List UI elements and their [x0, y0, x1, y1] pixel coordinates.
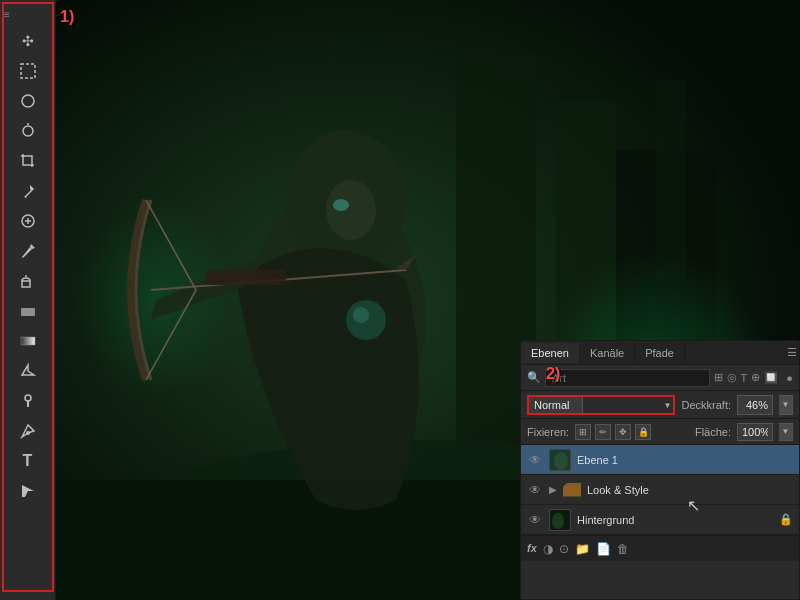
- blur-tool[interactable]: [14, 357, 42, 385]
- tab-ebenen[interactable]: Ebenen: [521, 343, 580, 363]
- svg-point-34: [552, 513, 564, 529]
- toolbar-handle: ≡: [4, 9, 10, 20]
- path-select-tool[interactable]: [14, 477, 42, 505]
- panel-footer: fx ◑ ⊙ 📁 📄 🗑: [521, 535, 799, 561]
- search-icon: 🔍: [527, 371, 541, 384]
- svg-rect-7: [22, 281, 30, 287]
- filter-icon-1[interactable]: ⊞: [714, 371, 723, 384]
- lock-label: Fixieren:: [527, 426, 569, 438]
- svg-point-32: [554, 452, 568, 470]
- brush-tool[interactable]: [14, 237, 42, 265]
- lock-pixels-btn[interactable]: ✏: [595, 424, 611, 440]
- blend-mode-select[interactable]: Normal Dissolve Multiply Screen Overlay: [527, 395, 583, 415]
- gradient-tool[interactable]: [14, 327, 42, 355]
- filter-icon-2[interactable]: ◎: [727, 371, 737, 384]
- filter-toggle[interactable]: ●: [786, 372, 793, 384]
- svg-point-30: [333, 199, 349, 211]
- dodge-tool[interactable]: [14, 387, 42, 415]
- stamp-tool[interactable]: [14, 267, 42, 295]
- layer-item-hintergrund[interactable]: 👁 Hintergrund 🔒: [521, 505, 799, 535]
- fill-arrow[interactable]: ▼: [779, 423, 793, 441]
- layer-lock-icon: 🔒: [779, 513, 793, 526]
- footer-mask-btn[interactable]: ⊙: [559, 542, 569, 556]
- layer-collapse-arrow[interactable]: ▶: [549, 484, 557, 495]
- lock-transparency-btn[interactable]: ⊞: [575, 424, 591, 440]
- layer-thumb-hintergrund: [549, 509, 571, 531]
- toolbar: ≡ ✣: [0, 0, 56, 600]
- blend-mode-wrapper: Normal Dissolve Multiply Screen Overlay: [527, 395, 675, 415]
- select-tool[interactable]: [14, 57, 42, 85]
- filter-icon-5[interactable]: 🔲: [764, 371, 778, 384]
- layer-name-hintergrund: Hintergrund: [577, 514, 773, 526]
- layer-name-look-style: Look & Style: [587, 484, 793, 496]
- layer-eye-ebene1[interactable]: 👁: [527, 452, 543, 468]
- svg-point-29: [353, 307, 369, 323]
- toolbar-header: ≡: [0, 4, 55, 24]
- svg-point-27: [326, 180, 376, 240]
- layers-list: 👁 Ebene 1 👁 ▶ Look & Style 👁: [521, 445, 799, 535]
- svg-rect-26: [206, 270, 286, 285]
- layer-item-ebene1[interactable]: 👁 Ebene 1: [521, 445, 799, 475]
- layer-eye-hintergrund[interactable]: 👁: [527, 512, 543, 528]
- blend-mode-row: Normal Dissolve Multiply Screen Overlay …: [521, 391, 799, 419]
- lasso-tool[interactable]: [14, 87, 42, 115]
- footer-icons: fx ◑ ⊙ 📁 📄 🗑: [527, 542, 629, 556]
- eraser-tool[interactable]: [14, 297, 42, 325]
- lock-row: Fixieren: ⊞ ✏ ✥ 🔒 Fläche: ▼: [521, 419, 799, 445]
- fill-input[interactable]: [737, 423, 773, 441]
- layer-eye-look-style[interactable]: 👁: [527, 482, 543, 498]
- tab-pfade[interactable]: Pfade: [635, 343, 685, 363]
- footer-new-group-btn[interactable]: 📁: [575, 542, 590, 556]
- annotation-label-1: 1): [60, 8, 74, 26]
- lock-position-btn[interactable]: ✥: [615, 424, 631, 440]
- type-tool[interactable]: T: [14, 447, 42, 475]
- filter-icon-4[interactable]: ⊕: [751, 371, 760, 384]
- app-container: ≡ ✣: [0, 0, 800, 600]
- opacity-label: Deckkraft:: [681, 399, 731, 411]
- tab-kanale[interactable]: Kanäle: [580, 343, 635, 363]
- svg-rect-10: [21, 337, 35, 345]
- footer-new-layer-btn[interactable]: 📄: [596, 542, 611, 556]
- opacity-arrow[interactable]: ▼: [779, 395, 793, 415]
- canvas-area: 1) 2) Ebenen Kanäle Pfade ☰ 🔍 ⊞ ◎ T ⊕: [56, 0, 800, 600]
- layer-folder-icon-look: [563, 483, 581, 497]
- search-row: 🔍 ⊞ ◎ T ⊕ 🔲 ●: [521, 365, 799, 391]
- layer-thumb-ebene1: [549, 449, 571, 471]
- crop-tool[interactable]: [14, 147, 42, 175]
- svg-rect-9: [21, 308, 35, 316]
- svg-point-1: [22, 95, 34, 107]
- layer-item-look-style[interactable]: 👁 ▶ Look & Style: [521, 475, 799, 505]
- panel-tabs: Ebenen Kanäle Pfade ☰: [521, 341, 799, 365]
- search-input[interactable]: [545, 369, 710, 387]
- footer-delete-btn[interactable]: 🗑: [617, 542, 629, 556]
- footer-adjustment-btn[interactable]: ◑: [543, 542, 553, 556]
- svg-rect-0: [21, 64, 35, 78]
- footer-fx-btn[interactable]: fx: [527, 542, 537, 556]
- svg-rect-18: [656, 80, 686, 280]
- layer-name-ebene1: Ebene 1: [577, 454, 793, 466]
- svg-point-11: [25, 395, 31, 401]
- fill-label: Fläche:: [695, 426, 731, 438]
- opacity-input[interactable]: [737, 395, 773, 415]
- quick-select-tool[interactable]: [14, 117, 42, 145]
- layers-panel: Ebenen Kanäle Pfade ☰ 🔍 ⊞ ◎ T ⊕ 🔲 ●: [520, 340, 800, 600]
- move-tool[interactable]: ✣: [14, 27, 42, 55]
- eyedropper-tool[interactable]: [14, 177, 42, 205]
- filter-icon-3[interactable]: T: [741, 372, 748, 384]
- pen-tool[interactable]: [14, 417, 42, 445]
- svg-point-2: [23, 126, 33, 136]
- annotation-label-2: 2): [546, 365, 560, 383]
- heal-tool[interactable]: [14, 207, 42, 235]
- svg-point-13: [26, 431, 30, 435]
- panel-menu-icon[interactable]: ☰: [785, 346, 799, 359]
- lock-all-btn[interactable]: 🔒: [635, 424, 651, 440]
- lock-icons: ⊞ ✏ ✥ 🔒: [575, 424, 651, 440]
